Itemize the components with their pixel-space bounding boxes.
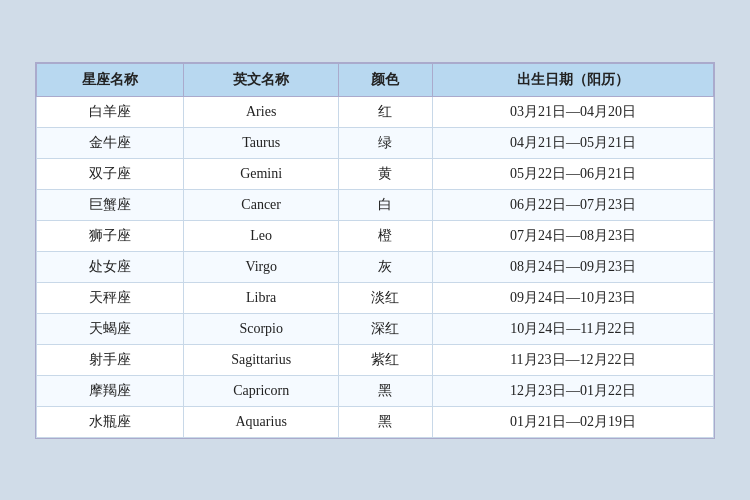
cell-color: 紫红 [339, 344, 433, 375]
table-row: 巨蟹座Cancer白06月22日—07月23日 [37, 189, 714, 220]
table-row: 金牛座Taurus绿04月21日—05月21日 [37, 127, 714, 158]
cell-dates: 11月23日—12月22日 [432, 344, 713, 375]
table-row: 双子座Gemini黄05月22日—06月21日 [37, 158, 714, 189]
cell-english: Sagittarius [184, 344, 339, 375]
zodiac-table: 星座名称 英文名称 颜色 出生日期（阳历） 白羊座Aries红03月21日—04… [36, 63, 714, 438]
cell-dates: 07月24日—08月23日 [432, 220, 713, 251]
cell-english: Scorpio [184, 313, 339, 344]
cell-chinese: 射手座 [37, 344, 184, 375]
table-row: 摩羯座Capricorn黑12月23日—01月22日 [37, 375, 714, 406]
table-row: 射手座Sagittarius紫红11月23日—12月22日 [37, 344, 714, 375]
cell-english: Aries [184, 96, 339, 127]
cell-dates: 01月21日—02月19日 [432, 406, 713, 437]
table-row: 天蝎座Scorpio深红10月24日—11月22日 [37, 313, 714, 344]
cell-dates: 10月24日—11月22日 [432, 313, 713, 344]
table-row: 白羊座Aries红03月21日—04月20日 [37, 96, 714, 127]
cell-chinese: 双子座 [37, 158, 184, 189]
cell-dates: 05月22日—06月21日 [432, 158, 713, 189]
cell-english: Leo [184, 220, 339, 251]
cell-english: Cancer [184, 189, 339, 220]
cell-chinese: 金牛座 [37, 127, 184, 158]
cell-english: Capricorn [184, 375, 339, 406]
col-header-dates: 出生日期（阳历） [432, 63, 713, 96]
table-row: 天秤座Libra淡红09月24日—10月23日 [37, 282, 714, 313]
cell-chinese: 天秤座 [37, 282, 184, 313]
cell-dates: 12月23日—01月22日 [432, 375, 713, 406]
cell-dates: 09月24日—10月23日 [432, 282, 713, 313]
cell-color: 淡红 [339, 282, 433, 313]
col-header-chinese: 星座名称 [37, 63, 184, 96]
cell-color: 黑 [339, 375, 433, 406]
cell-color: 橙 [339, 220, 433, 251]
cell-dates: 08月24日—09月23日 [432, 251, 713, 282]
table-row: 处女座Virgo灰08月24日—09月23日 [37, 251, 714, 282]
cell-dates: 06月22日—07月23日 [432, 189, 713, 220]
cell-color: 灰 [339, 251, 433, 282]
cell-chinese: 摩羯座 [37, 375, 184, 406]
cell-chinese: 狮子座 [37, 220, 184, 251]
cell-english: Libra [184, 282, 339, 313]
cell-color: 红 [339, 96, 433, 127]
cell-english: Aquarius [184, 406, 339, 437]
cell-chinese: 水瓶座 [37, 406, 184, 437]
cell-english: Gemini [184, 158, 339, 189]
cell-color: 黄 [339, 158, 433, 189]
col-header-english: 英文名称 [184, 63, 339, 96]
table-row: 水瓶座Aquarius黑01月21日—02月19日 [37, 406, 714, 437]
table-body: 白羊座Aries红03月21日—04月20日金牛座Taurus绿04月21日—0… [37, 96, 714, 437]
cell-color: 黑 [339, 406, 433, 437]
cell-color: 白 [339, 189, 433, 220]
col-header-color: 颜色 [339, 63, 433, 96]
cell-chinese: 处女座 [37, 251, 184, 282]
cell-chinese: 白羊座 [37, 96, 184, 127]
cell-dates: 04月21日—05月21日 [432, 127, 713, 158]
cell-color: 深红 [339, 313, 433, 344]
table-header-row: 星座名称 英文名称 颜色 出生日期（阳历） [37, 63, 714, 96]
cell-dates: 03月21日—04月20日 [432, 96, 713, 127]
cell-chinese: 巨蟹座 [37, 189, 184, 220]
table-row: 狮子座Leo橙07月24日—08月23日 [37, 220, 714, 251]
cell-english: Virgo [184, 251, 339, 282]
zodiac-table-container: 星座名称 英文名称 颜色 出生日期（阳历） 白羊座Aries红03月21日—04… [35, 62, 715, 439]
cell-english: Taurus [184, 127, 339, 158]
cell-color: 绿 [339, 127, 433, 158]
cell-chinese: 天蝎座 [37, 313, 184, 344]
